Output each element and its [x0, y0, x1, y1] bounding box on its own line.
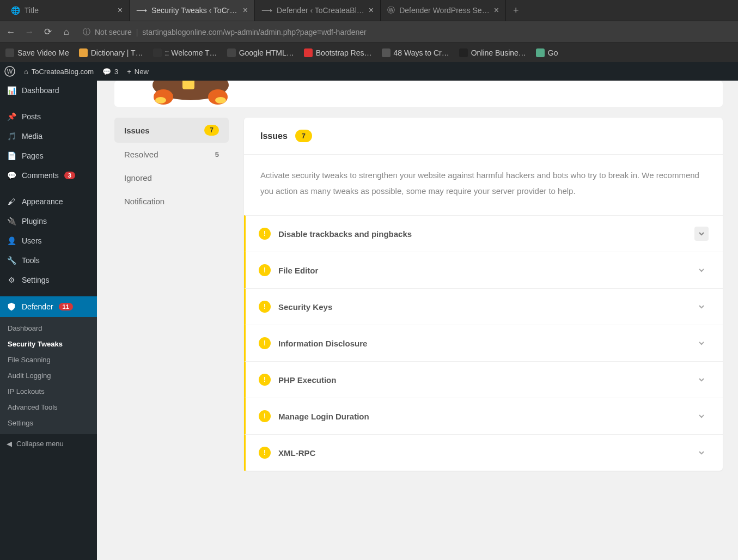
wrench-icon: 🔧	[7, 256, 16, 265]
submenu-settings[interactable]: Settings	[0, 415, 97, 431]
bookmark[interactable]: Go	[536, 48, 558, 57]
close-icon[interactable]: ×	[369, 5, 374, 15]
bookmark[interactable]: Bootstrap Res…	[304, 48, 372, 57]
address-bar[interactable]: ⓘ Not secure | startingablogonline.com/w…	[80, 27, 733, 37]
plus-icon: +	[127, 68, 131, 76]
new-tab-button[interactable]: +	[506, 0, 526, 21]
bookmarks-bar: Save Video Me Dictionary | T… :: Welcome…	[0, 42, 738, 62]
submenu-security-tweaks[interactable]: Security Tweaks	[0, 336, 97, 352]
sidebar-item-media[interactable]: 🎵Media	[0, 126, 97, 146]
svg-point-5	[155, 97, 166, 104]
bookmark[interactable]: Save Video Me	[5, 48, 69, 57]
bookmark[interactable]: 48 Ways to Cr…	[382, 48, 449, 57]
info-icon: ⓘ	[83, 27, 90, 37]
tweak-item[interactable]: ! File Editor	[244, 252, 723, 288]
svg-text:W: W	[7, 68, 13, 75]
tab-issues[interactable]: Issues 7	[114, 118, 229, 143]
url-text: startingablogonline.com/wp-admin/admin.p…	[142, 28, 366, 36]
back-icon[interactable]: ←	[5, 27, 16, 38]
sidebar-item-pages[interactable]: 📄Pages	[0, 146, 97, 166]
sidebar-item-settings[interactable]: ⚙Settings	[0, 270, 97, 290]
settings-icon: ⚙	[7, 276, 16, 284]
chevron-down-icon[interactable]	[694, 409, 709, 423]
warning-icon: !	[259, 228, 271, 240]
reload-icon[interactable]: ⟳	[42, 26, 53, 38]
chevron-down-icon[interactable]	[694, 300, 709, 314]
warning-icon: !	[259, 264, 271, 276]
close-icon[interactable]: ×	[494, 5, 499, 15]
chevron-down-icon[interactable]	[694, 227, 709, 241]
new-link[interactable]: +New	[127, 68, 149, 76]
submenu-advanced-tools[interactable]: Advanced Tools	[0, 399, 97, 415]
forward-icon[interactable]: →	[24, 27, 35, 38]
wp-logo[interactable]: W	[4, 66, 15, 77]
site-icon	[227, 48, 236, 57]
plugin-icon: 🔌	[7, 217, 16, 226]
chevron-down-icon[interactable]	[694, 263, 709, 277]
media-icon: 🎵	[7, 132, 16, 141]
active-indicator	[97, 302, 101, 311]
tweak-item[interactable]: ! Disable trackbacks and pingbacks	[244, 215, 723, 252]
tweak-item[interactable]: ! Manage Login Duration	[244, 398, 723, 434]
warning-icon: !	[259, 337, 271, 349]
comments-link[interactable]: 💬3	[102, 68, 118, 76]
tab-ignored[interactable]: Ignored	[114, 166, 229, 190]
sidebar-item-dashboard[interactable]: 📊Dashboard	[0, 81, 97, 100]
chevron-down-icon[interactable]	[694, 446, 709, 460]
tweak-title: XML-RPC	[278, 448, 687, 458]
sidebar-item-users[interactable]: 👤Users	[0, 231, 97, 251]
chevron-down-icon[interactable]	[694, 373, 709, 387]
page-icon: 📄	[7, 151, 16, 160]
home-icon: ⌂	[24, 68, 28, 76]
site-icon: ⟶	[261, 6, 272, 15]
svg-rect-7	[182, 81, 194, 89]
pin-icon: 📌	[7, 112, 16, 121]
svg-point-6	[215, 97, 226, 104]
tabs-sidebar: Issues 7 Resolved 5 Ignored Notification	[114, 118, 229, 213]
panel-description: Activate security tweaks to strengthen y…	[244, 155, 723, 215]
bookmark[interactable]: Online Busine…	[459, 48, 526, 57]
tab-resolved[interactable]: Resolved 5	[114, 143, 229, 166]
tab-notification[interactable]: Notification	[114, 190, 229, 213]
tweak-title: Manage Login Duration	[278, 412, 687, 421]
sidebar-item-appearance[interactable]: 🖌Appearance	[0, 192, 97, 211]
browser-tab[interactable]: ⟶ Defender ‹ ToCreateaBl… ×	[255, 0, 381, 21]
close-icon[interactable]: ×	[118, 5, 123, 15]
submenu-dashboard[interactable]: Dashboard	[0, 320, 97, 336]
home-icon[interactable]: ⌂	[61, 27, 72, 38]
browser-tab[interactable]: ⟶ Security Tweaks ‹ ToCr… ×	[130, 0, 255, 21]
tweak-item[interactable]: ! PHP Execution	[244, 361, 723, 398]
chevron-down-icon[interactable]	[694, 336, 709, 350]
sidebar-item-tools[interactable]: 🔧Tools	[0, 251, 97, 270]
tweak-item[interactable]: ! XML-RPC	[244, 434, 723, 471]
collapse-menu[interactable]: ◀Collapse menu	[0, 434, 97, 453]
mascot-image	[114, 81, 223, 107]
tweak-title: File Editor	[278, 266, 687, 275]
security-label: Not secure	[95, 28, 132, 36]
bookmark[interactable]: Dictionary | T…	[79, 48, 143, 57]
sidebar-item-defender[interactable]: Defender 11	[0, 296, 97, 317]
wordpress-icon: ⓦ	[387, 5, 395, 15]
globe-icon	[5, 48, 14, 57]
site-home[interactable]: ⌂ToCreateaBlog.com	[24, 68, 94, 76]
sidebar-item-comments[interactable]: 💬Comments3	[0, 166, 97, 185]
tweak-item[interactable]: ! Information Disclosure	[244, 325, 723, 361]
tab-title: Security Tweaks ‹ ToCr…	[151, 6, 239, 15]
submenu-file-scanning[interactable]: File Scanning	[0, 352, 97, 368]
browser-tab[interactable]: ⓦ Defender WordPress Se… ×	[381, 0, 506, 21]
bookmark[interactable]: Google HTML…	[227, 48, 294, 57]
submenu-audit-logging[interactable]: Audit Logging	[0, 368, 97, 384]
site-icon	[304, 48, 313, 57]
submenu-ip-lockouts[interactable]: IP Lockouts	[0, 384, 97, 399]
tweak-item[interactable]: ! Security Keys	[244, 288, 723, 325]
browser-tab[interactable]: 🌐 Title ×	[4, 0, 130, 21]
bookmark[interactable]: :: Welcome T…	[153, 48, 217, 57]
tab-title: Defender ‹ ToCreateaBl…	[277, 6, 364, 15]
warning-icon: !	[259, 447, 271, 459]
site-icon	[459, 48, 468, 57]
close-icon[interactable]: ×	[243, 5, 248, 15]
wp-admin-bar: W ⌂ToCreateaBlog.com 💬3 +New	[0, 62, 738, 81]
site-icon	[382, 48, 391, 57]
sidebar-item-posts[interactable]: 📌Posts	[0, 107, 97, 126]
sidebar-item-plugins[interactable]: 🔌Plugins	[0, 211, 97, 231]
